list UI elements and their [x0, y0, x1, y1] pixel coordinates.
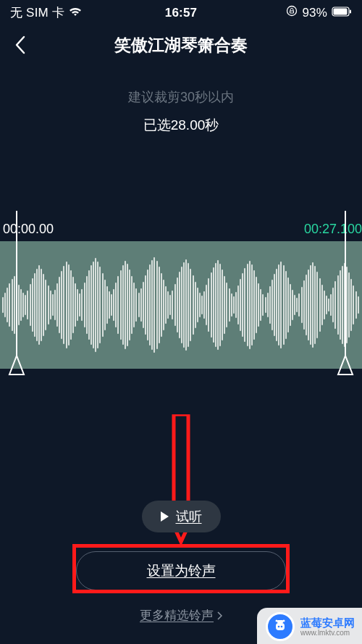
preview-button[interactable]: 试听 — [142, 501, 221, 532]
svg-rect-10 — [276, 623, 285, 630]
watermark-brand: 蓝莓安卓网 — [300, 616, 355, 629]
rotation-lock-icon — [286, 5, 298, 20]
back-button[interactable] — [14, 35, 32, 53]
trim-handle-right[interactable] — [336, 211, 355, 380]
selected-duration: 已选28.00秒 — [0, 116, 362, 135]
svg-rect-3 — [350, 9, 351, 13]
svg-point-8 — [276, 620, 278, 622]
svg-rect-6 — [174, 414, 188, 510]
battery-percent: 93% — [302, 6, 327, 20]
status-left: 无 SIM 卡 — [10, 4, 82, 21]
trim-hint: 建议裁剪30秒以内 — [0, 88, 362, 106]
waveform-section: 00:00.00 00:27.100 — [0, 222, 362, 395]
play-icon — [161, 511, 169, 522]
status-right: 93% — [286, 5, 352, 20]
svg-point-12 — [281, 626, 283, 628]
wifi-icon — [69, 6, 82, 20]
actions-area: 试听 设置为铃声 — [0, 501, 362, 590]
chevron-right-icon — [216, 611, 222, 620]
nav-bar: 笑傲江湖琴箫合奏 — [0, 22, 362, 64]
trim-handles — [0, 369, 362, 395]
more-ringtones-label: 更多精选铃声 — [140, 607, 214, 624]
preview-label: 试听 — [176, 508, 202, 525]
trim-handle-left[interactable] — [7, 211, 26, 380]
more-ringtones-link[interactable]: 更多精选铃声 — [140, 607, 222, 624]
annotation-rectangle — [72, 544, 290, 593]
waveform-timestamps: 00:00.00 00:27.100 — [0, 222, 362, 241]
svg-rect-7 — [277, 620, 283, 623]
watermark: 蓝莓安卓网 www.lmktv.com — [257, 608, 362, 644]
svg-point-11 — [278, 626, 280, 628]
watermark-url: www.lmktv.com — [300, 629, 355, 637]
battery-icon — [332, 6, 352, 20]
watermark-icon — [266, 612, 295, 641]
clock-text: 16:57 — [165, 6, 197, 20]
waveform-canvas[interactable] — [0, 241, 362, 369]
svg-rect-2 — [334, 8, 348, 14]
trim-info: 建议裁剪30秒以内 已选28.00秒 — [0, 88, 362, 135]
status-bar: 无 SIM 卡 16:57 93% — [0, 0, 362, 22]
page-title: 笑傲江湖琴箫合奏 — [114, 34, 248, 57]
carrier-text: 无 SIM 卡 — [10, 4, 64, 21]
svg-point-9 — [283, 620, 285, 622]
